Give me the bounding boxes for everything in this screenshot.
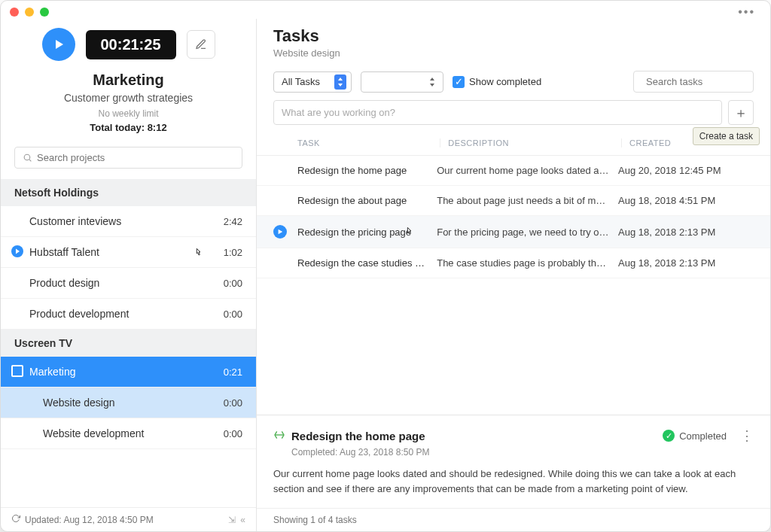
sidebar-header: 00:21:25 Marketing Customer growth strat… bbox=[1, 19, 256, 139]
add-task-button[interactable]: ＋ bbox=[728, 100, 754, 125]
task-name: Redesign the case studies pa… bbox=[297, 257, 437, 269]
project-sub-item[interactable]: Website development 0:00 bbox=[1, 418, 256, 449]
task-row[interactable]: Redesign the about page The about page j… bbox=[257, 186, 770, 216]
last-updated-label: Updated: Aug 12, 2018 4:50 PM bbox=[25, 515, 154, 525]
project-name: Hubstaff Talent bbox=[14, 246, 224, 258]
search-projects-input[interactable] bbox=[14, 147, 242, 169]
task-row[interactable]: Redesign the pricing page For the pricin… bbox=[257, 216, 770, 248]
project-group-header: Netsoft Holdings bbox=[1, 179, 256, 206]
task-created: Aug 18, 2018 2:13 PM bbox=[618, 226, 754, 238]
secondary-filter-select[interactable] bbox=[361, 71, 443, 93]
project-time: 1:02 bbox=[224, 247, 242, 258]
column-task: TASK bbox=[297, 138, 437, 147]
project-time: 0:00 bbox=[224, 278, 242, 289]
task-name: Redesign the pricing page bbox=[297, 226, 437, 238]
project-group-header: Uscreen TV bbox=[1, 330, 256, 357]
project-name: Marketing bbox=[14, 366, 224, 378]
refresh-icon[interactable] bbox=[11, 514, 20, 525]
recycle-icon bbox=[273, 429, 285, 443]
weekly-limit-label: No weekly limit bbox=[14, 108, 242, 119]
chevron-updown-icon bbox=[334, 74, 346, 90]
expand-icon[interactable]: ⇲ bbox=[228, 515, 236, 525]
titlebar: ••• bbox=[1, 1, 770, 19]
chevron-updown-icon bbox=[426, 74, 438, 90]
task-description: For the pricing page, we need to try out… bbox=[437, 226, 618, 238]
window-controls bbox=[10, 8, 49, 17]
detail-more-menu[interactable]: ⋮ bbox=[740, 427, 754, 444]
edit-icon bbox=[195, 38, 207, 50]
select-value: All Tasks bbox=[282, 76, 320, 87]
task-created: Aug 20, 2018 12:45 PM bbox=[618, 165, 754, 176]
project-name: Product design bbox=[14, 277, 224, 289]
task-name: Redesign the home page bbox=[297, 165, 437, 176]
play-icon bbox=[11, 245, 25, 260]
plus-icon: ＋ bbox=[734, 104, 748, 122]
project-time: 0:00 bbox=[224, 309, 242, 320]
more-menu-icon[interactable]: ••• bbox=[738, 5, 755, 19]
task-created: Aug 18, 2018 4:51 PM bbox=[618, 195, 754, 206]
current-project-title: Marketing bbox=[14, 71, 242, 89]
project-time: 2:42 bbox=[224, 216, 242, 227]
task-row[interactable]: Redesign the case studies pa… The case s… bbox=[257, 248, 770, 278]
page-subtitle: Website design bbox=[273, 47, 754, 59]
search-tasks-field[interactable] bbox=[646, 76, 771, 87]
project-item[interactable]: Hubstaff Talent 1:02 bbox=[1, 237, 256, 268]
project-time: 0:00 bbox=[224, 397, 242, 409]
page-title: Tasks bbox=[273, 26, 754, 46]
column-description: DESCRIPTION bbox=[440, 138, 615, 147]
checkbox-label: Show completed bbox=[469, 76, 541, 87]
start-timer-button[interactable] bbox=[42, 28, 75, 61]
play-icon bbox=[53, 38, 65, 50]
checkbox-checked-icon: ✓ bbox=[453, 76, 465, 88]
close-window-button[interactable] bbox=[10, 8, 19, 17]
project-item-selected[interactable]: Marketing 0:21 bbox=[1, 357, 256, 388]
task-description: The case studies page is probably the on… bbox=[437, 257, 618, 269]
task-row[interactable]: Redesign the home page Our current home … bbox=[257, 156, 770, 186]
search-projects-field[interactable] bbox=[37, 152, 234, 163]
main-panel: Tasks Website design All Tasks bbox=[257, 19, 770, 531]
check-icon: ✓ bbox=[663, 430, 675, 442]
project-item[interactable]: Product development 0:00 bbox=[1, 299, 256, 330]
sidebar: 00:21:25 Marketing Customer growth strat… bbox=[1, 19, 257, 531]
task-description: The about page just needs a bit of makeu… bbox=[437, 195, 618, 206]
maximize-window-button[interactable] bbox=[40, 8, 49, 17]
project-name: Customer inteviews bbox=[14, 215, 224, 227]
status-label: Completed bbox=[679, 430, 727, 442]
detail-title: Redesign the home page bbox=[291, 430, 425, 442]
collapse-sidebar-icon[interactable]: « bbox=[240, 515, 245, 525]
main-footer: Showing 1 of 4 tasks bbox=[257, 508, 770, 531]
create-task-tooltip: Create a task bbox=[693, 127, 760, 145]
detail-description: Our current home page looks dated and sh… bbox=[273, 467, 754, 496]
project-time: 0:21 bbox=[224, 366, 242, 378]
task-created: Aug 18, 2018 2:13 PM bbox=[618, 257, 754, 269]
detail-status: ✓ Completed bbox=[663, 430, 727, 442]
project-name: Product development bbox=[14, 308, 224, 320]
detail-completed-at: Completed: Aug 23, 2018 8:50 PM bbox=[291, 447, 754, 458]
tasks-filter-select[interactable]: All Tasks bbox=[273, 71, 352, 93]
sidebar-footer: Updated: Aug 12, 2018 4:50 PM ⇲ « bbox=[1, 507, 256, 531]
task-name: Redesign the about page bbox=[297, 195, 437, 206]
working-on-placeholder: What are you working on? bbox=[282, 107, 395, 118]
minimize-window-button[interactable] bbox=[25, 8, 34, 17]
project-item[interactable]: Customer inteviews 2:42 bbox=[1, 206, 256, 237]
project-name: Website design bbox=[14, 397, 224, 409]
filter-bar: All Tasks ✓ Show completed bbox=[257, 63, 770, 100]
total-today-label: Total today: 8:12 bbox=[14, 122, 242, 133]
timer-display: 00:21:25 bbox=[86, 30, 176, 59]
app-window: ••• 00:21:25 Marketing Customer growth s… bbox=[0, 0, 771, 532]
project-sub-item[interactable]: Website design 0:00 bbox=[1, 388, 256, 418]
play-task-button[interactable] bbox=[273, 225, 287, 239]
task-description: Our current home page looks dated and sh… bbox=[437, 165, 618, 176]
search-icon bbox=[23, 153, 32, 163]
edit-time-button[interactable] bbox=[187, 30, 215, 59]
stop-icon bbox=[11, 365, 25, 379]
project-item[interactable]: Product design 0:00 bbox=[1, 268, 256, 299]
show-completed-checkbox[interactable]: ✓ Show completed bbox=[453, 76, 541, 88]
svg-point-0 bbox=[24, 154, 30, 160]
search-tasks-input[interactable] bbox=[633, 71, 754, 93]
project-time: 0:00 bbox=[224, 428, 242, 439]
working-on-input[interactable]: What are you working on? bbox=[273, 100, 722, 125]
current-project-subtitle: Customer growth strategies bbox=[14, 92, 242, 104]
project-name: Website development bbox=[14, 427, 224, 439]
task-detail-panel: Redesign the home page ✓ Completed ⋮ Com… bbox=[257, 415, 770, 508]
